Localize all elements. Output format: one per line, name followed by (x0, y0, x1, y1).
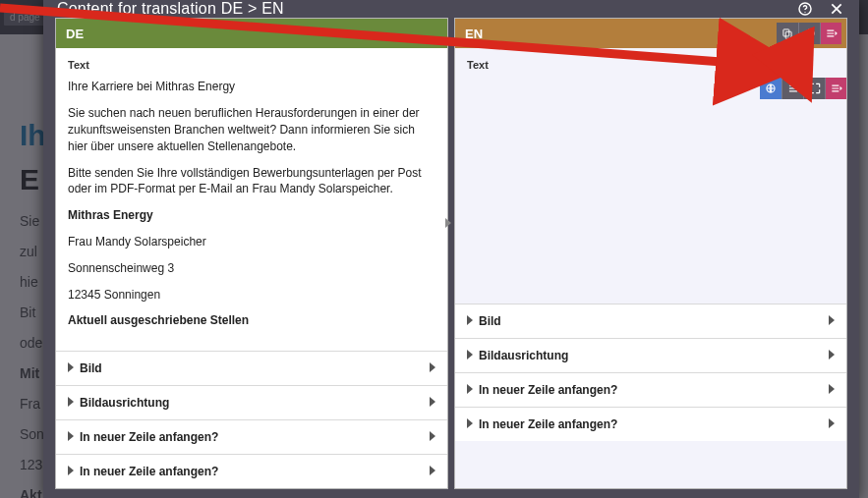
field-row-newline[interactable]: In neuer Zeile anfangen? (56, 419, 447, 454)
chevron-right-icon (829, 314, 835, 328)
de-text-section: Text Ihre Karriere bei Mithras Energy Si… (56, 48, 447, 351)
toolbar-apply-icon[interactable] (820, 23, 841, 44)
chevron-right-icon (829, 349, 835, 362)
field-label: Bildausrichtung (479, 349, 829, 362)
modal-body: DE Text Ihre Karriere bei Mithras Energy… (43, 18, 859, 498)
chevron-right-icon (68, 396, 74, 410)
svg-point-1 (804, 12, 805, 13)
chevron-right-icon (68, 430, 74, 444)
de-city: 12345 Sonningen (68, 287, 435, 304)
column-lang-label: DE (66, 27, 84, 41)
de-street: Sonnenscheinweg 3 (68, 260, 435, 277)
field-row-bild[interactable]: Bild (56, 351, 447, 385)
de-contact: Frau Mandy Solarspeicher (68, 234, 435, 250)
target-column-en: EN (454, 18, 847, 489)
field-row-bildausrichtung[interactable]: Bildausrichtung (455, 338, 846, 372)
field-label: Bild (80, 361, 430, 375)
field-label: In neuer Zeile anfangen? (479, 417, 829, 431)
chevron-right-icon (467, 314, 473, 328)
chevron-right-icon (430, 430, 435, 444)
translation-modal: Content for translation DE > EN DE Text … (43, 0, 859, 498)
field-row-newline[interactable]: In neuer Zeile anfangen? (455, 407, 846, 441)
svg-rect-2 (783, 29, 789, 36)
field-row-newline[interactable]: In neuer Zeile anfangen? (56, 454, 447, 488)
column-header-en: EN (455, 19, 846, 48)
chevron-right-icon (467, 417, 473, 431)
toolbar-expand-icon[interactable] (803, 78, 825, 99)
help-icon[interactable] (796, 0, 814, 18)
de-heading: Aktuell ausgeschriebene Stellen (68, 312, 435, 329)
en-field-toolbar (760, 78, 846, 99)
chevron-right-icon (430, 396, 435, 410)
toolbar-translate-icon[interactable] (798, 23, 820, 44)
toolbar-list-icon[interactable] (781, 78, 803, 99)
de-paragraph: Ihre Karriere bei Mithras Energy (68, 79, 435, 95)
svg-rect-7 (788, 87, 796, 88)
chevron-right-icon (68, 361, 74, 375)
text-field-label: Text (68, 58, 435, 73)
text-field-label: Text (467, 58, 835, 73)
chevron-right-icon (68, 465, 74, 478)
column-lang-label: EN (465, 27, 483, 41)
chevron-right-icon (430, 465, 435, 478)
svg-rect-3 (785, 31, 791, 38)
toolbar-translate-field-icon[interactable] (760, 78, 781, 99)
field-row-newline[interactable]: In neuer Zeile anfangen? (455, 372, 846, 407)
field-label: In neuer Zeile anfangen? (80, 465, 430, 478)
svg-rect-8 (788, 90, 796, 91)
field-label: In neuer Zeile anfangen? (80, 430, 430, 444)
toolbar-copy-icon[interactable] (777, 23, 798, 44)
modal-header: Content for translation DE > EN (43, 0, 859, 18)
field-row-bildausrichtung[interactable]: Bildausrichtung (56, 385, 447, 419)
field-label: Bild (479, 314, 829, 328)
chevron-right-icon (430, 361, 435, 375)
chevron-right-icon (467, 349, 473, 362)
chevron-right-icon (829, 417, 835, 431)
field-row-bild[interactable]: Bild (455, 304, 846, 338)
column-body-en: Text Bild Bildausrichtung In neuer Zeile… (455, 48, 846, 488)
chevron-right-icon (467, 383, 473, 397)
chevron-right-icon (829, 383, 835, 397)
field-label: Bildausrichtung (80, 396, 430, 410)
de-paragraph: Sie suchen nach neuen beruflichen Heraus… (68, 105, 435, 154)
de-company: Mithras Energy (68, 207, 435, 224)
modal-title: Content for translation DE > EN (57, 0, 284, 18)
column-body-de: Text Ihre Karriere bei Mithras Energy Si… (56, 48, 447, 488)
svg-rect-6 (788, 85, 796, 86)
close-icon[interactable] (828, 0, 845, 18)
field-label: In neuer Zeile anfangen? (479, 383, 829, 397)
toolbar-apply-field-icon[interactable] (825, 78, 846, 99)
column-header-de: DE (56, 19, 447, 48)
en-header-toolbar (777, 23, 841, 44)
source-column-de: DE Text Ihre Karriere bei Mithras Energy… (55, 18, 448, 489)
modal-header-actions (796, 0, 845, 18)
de-paragraph: Bitte senden Sie Ihre vollständigen Bewe… (68, 165, 435, 198)
